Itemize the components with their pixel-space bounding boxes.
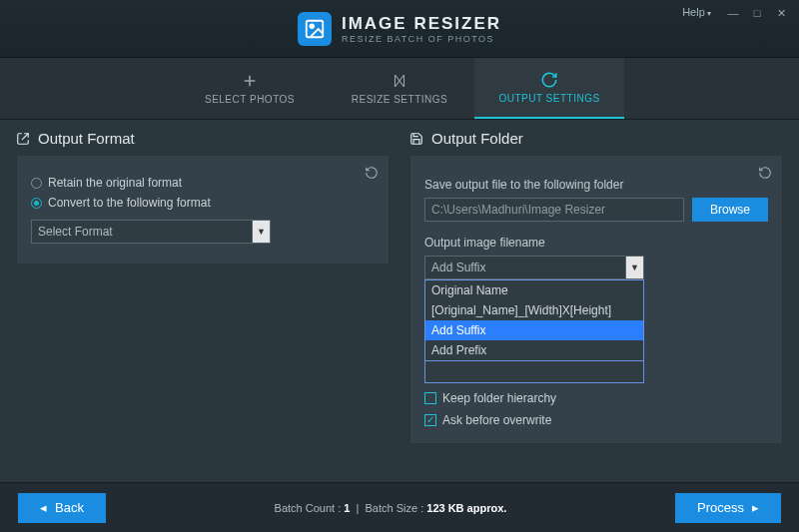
checkbox-ask-overwrite[interactable]: ✓ Ask before overwrite: [424, 413, 768, 427]
tab-label: OUTPUT SETTINGS: [498, 93, 599, 104]
minimize-icon[interactable]: —: [721, 4, 745, 22]
panel-output-folder: Output Folder Save output file to the fo…: [409, 130, 783, 459]
option-dimension-name[interactable]: [Original_Name]_[Width]X[Height]: [425, 300, 643, 320]
option-original-name[interactable]: Original Name: [425, 280, 643, 300]
tab-resize-settings[interactable]: RESIZE SETTINGS: [325, 58, 474, 119]
svg-rect-0: [307, 20, 324, 37]
close-icon[interactable]: ✕: [769, 4, 793, 22]
filename-label: Output image filename: [424, 236, 768, 250]
checkbox-keep-hierarchy[interactable]: Keep folder hierarchy: [424, 391, 768, 405]
save-path-label: Save output file to the following folder: [424, 178, 768, 192]
app-title: IMAGE RESIZER: [342, 14, 501, 34]
titlebar: IMAGE RESIZER RESIZE BATCH OF PHOTOS Hel…: [0, 0, 799, 58]
radio-icon: [31, 198, 42, 209]
radio-retain-format[interactable]: Retain the original format: [31, 176, 375, 190]
app-logo-icon: [298, 12, 332, 46]
reset-icon[interactable]: [365, 166, 379, 180]
save-icon: [409, 132, 423, 146]
batch-status: Batch Count : 1 | Batch Size : 123 KB ap…: [275, 502, 507, 514]
svg-point-1: [310, 24, 314, 28]
suffix-input[interactable]: [424, 361, 644, 383]
chevron-left-icon: ◂: [40, 500, 47, 515]
tab-select-photos[interactable]: SELECT PHOTOS: [175, 58, 325, 119]
help-menu[interactable]: Help: [682, 6, 711, 18]
radio-label: Convert to the following format: [48, 196, 211, 210]
chevron-down-icon[interactable]: ▼: [253, 220, 271, 244]
filename-mode-select[interactable]: Add Suffix: [424, 256, 626, 279]
option-add-suffix[interactable]: Add Suffix: [425, 320, 643, 340]
output-path-input[interactable]: C:\Users\Madhuri\Image Resizer: [424, 198, 684, 222]
radio-convert-format[interactable]: Convert to the following format: [31, 196, 375, 210]
back-label: Back: [55, 500, 84, 515]
radio-icon: [31, 178, 42, 189]
format-select[interactable]: Select Format ▼: [31, 220, 271, 244]
export-icon: [16, 132, 30, 146]
chevron-down-icon[interactable]: ▼: [626, 256, 644, 279]
checkbox-label: Keep folder hierarchy: [442, 391, 556, 405]
panel-title: Output Format: [38, 130, 135, 147]
reset-icon[interactable]: [758, 166, 772, 180]
tab-label: RESIZE SETTINGS: [352, 94, 447, 105]
checkbox-icon: ✓: [424, 414, 436, 426]
panel-output-format: Output Format Retain the original format…: [16, 130, 390, 459]
maximize-icon[interactable]: □: [745, 4, 769, 22]
footer-bar: ◂ Back Batch Count : 1 | Batch Size : 12…: [0, 482, 799, 532]
app-logo-wrap: IMAGE RESIZER RESIZE BATCH OF PHOTOS: [298, 12, 501, 46]
process-button[interactable]: Process ▸: [675, 493, 781, 523]
filename-mode-options: Original Name [Original_Name]_[Width]X[H…: [424, 279, 644, 361]
chevron-right-icon: ▸: [752, 500, 759, 515]
tab-output-settings[interactable]: OUTPUT SETTINGS: [474, 58, 624, 119]
panel-title: Output Folder: [431, 130, 523, 147]
browse-button[interactable]: Browse: [692, 198, 768, 222]
radio-label: Retain the original format: [48, 176, 182, 190]
checkbox-label: Ask before overwrite: [442, 413, 551, 427]
process-label: Process: [697, 500, 744, 515]
tab-label: SELECT PHOTOS: [205, 94, 295, 105]
app-subtitle: RESIZE BATCH OF PHOTOS: [342, 34, 501, 44]
checkbox-icon: [424, 392, 436, 404]
back-button[interactable]: ◂ Back: [18, 493, 106, 523]
format-select-value: Select Format: [31, 220, 253, 244]
tab-bar: SELECT PHOTOS RESIZE SETTINGS OUTPUT SET…: [0, 58, 799, 120]
option-add-prefix[interactable]: Add Prefix: [425, 340, 643, 360]
